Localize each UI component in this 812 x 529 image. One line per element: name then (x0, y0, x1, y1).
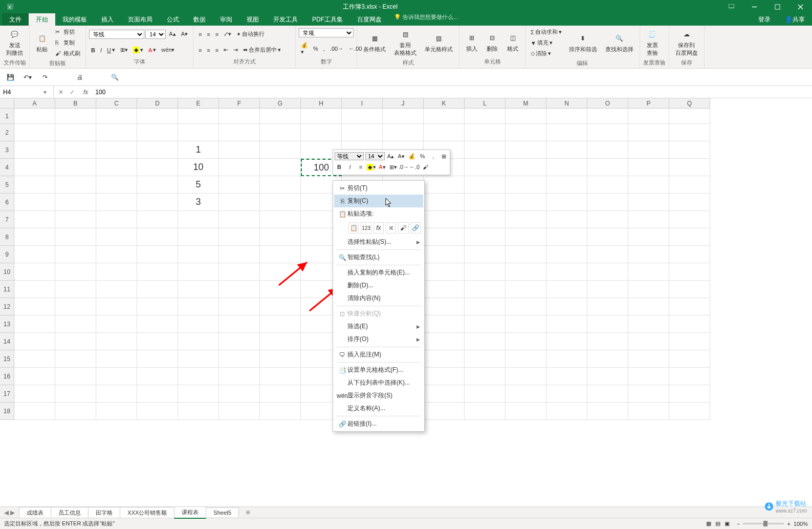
clear-button[interactable]: ◇ 清除▾ (529, 49, 564, 58)
view-normal-button[interactable]: ▦ (706, 520, 711, 527)
cell[interactable] (669, 159, 710, 176)
cell[interactable] (14, 159, 55, 176)
cell[interactable] (219, 315, 260, 333)
row-header[interactable]: 17 (0, 385, 14, 403)
formula-input[interactable] (92, 86, 812, 98)
cell[interactable] (628, 159, 669, 176)
redo-button[interactable]: ↷ (40, 72, 50, 82)
cell[interactable] (628, 368, 669, 385)
cell[interactable] (137, 315, 178, 333)
column-header[interactable]: F (219, 98, 260, 109)
cell[interactable] (669, 368, 710, 385)
sheet-tab[interactable]: 田字格 (88, 507, 120, 518)
cell[interactable] (96, 368, 137, 385)
cell[interactable] (96, 281, 137, 298)
cell[interactable] (219, 246, 260, 263)
ctx-insert-comment[interactable]: 🗨插入批注(M) (334, 348, 423, 361)
sheet-tab[interactable]: Sheet5 (206, 507, 239, 517)
cell[interactable] (260, 228, 301, 246)
cell[interactable] (669, 194, 710, 211)
cell[interactable] (669, 263, 710, 281)
cell[interactable] (424, 194, 465, 211)
row-header[interactable]: 18 (0, 403, 14, 420)
cell[interactable] (260, 176, 301, 194)
cell[interactable] (587, 315, 628, 333)
cell[interactable]: 5 (178, 176, 219, 194)
cell[interactable] (546, 159, 587, 176)
mini-border-button[interactable]: ⊞ (439, 152, 448, 161)
tab-review[interactable]: 审阅 (213, 13, 239, 26)
conditional-format-button[interactable]: ▦条件格式 (360, 31, 389, 54)
sheet-tab[interactable]: 员工信息 (51, 507, 89, 518)
cell[interactable] (628, 228, 669, 246)
cell[interactable] (178, 385, 219, 403)
cell[interactable] (506, 159, 546, 176)
column-header[interactable]: I (342, 98, 383, 109)
cell[interactable] (628, 176, 669, 194)
cell[interactable] (669, 211, 710, 228)
cell[interactable] (506, 246, 546, 263)
cell[interactable] (546, 281, 587, 298)
fx-icon[interactable]: fx (79, 86, 92, 98)
cell[interactable] (506, 211, 546, 228)
row-header[interactable]: 9 (0, 246, 14, 263)
cell[interactable] (137, 194, 178, 211)
cell[interactable] (628, 298, 669, 315)
shrink-font-button[interactable]: A▾ (179, 30, 190, 38)
cell[interactable] (55, 315, 96, 333)
cell[interactable] (465, 109, 506, 124)
cell[interactable] (14, 228, 55, 246)
cell[interactable] (55, 141, 96, 159)
align-left-button[interactable]: ≡ (196, 46, 204, 54)
cell[interactable] (55, 350, 96, 368)
cell[interactable] (96, 124, 137, 141)
qat-print-button[interactable]: 🖨 (75, 72, 85, 82)
cell[interactable] (178, 281, 219, 298)
cell[interactable] (14, 315, 55, 333)
cell[interactable] (55, 333, 96, 350)
cell[interactable] (506, 194, 546, 211)
column-header[interactable]: B (55, 98, 96, 109)
cell[interactable] (587, 281, 628, 298)
decimal-inc-button[interactable]: .00→ (328, 45, 345, 53)
mini-bold-button[interactable]: B (335, 162, 344, 172)
column-header[interactable]: N (546, 98, 587, 109)
save-baidu-button[interactable]: ☁保存到 百度网盘 (672, 27, 701, 58)
cell[interactable] (178, 403, 219, 420)
tab-formula[interactable]: 公式 (160, 13, 186, 26)
tab-baidu[interactable]: 百度网盘 (350, 13, 389, 26)
cell[interactable] (137, 124, 178, 141)
cell[interactable] (219, 263, 260, 281)
column-header[interactable]: G (260, 98, 301, 109)
cell[interactable] (260, 211, 301, 228)
cell[interactable] (301, 124, 342, 141)
paste-format-button[interactable]: 🖌 (398, 222, 408, 234)
column-header[interactable]: J (383, 98, 424, 109)
cell[interactable] (587, 159, 628, 176)
orientation-button[interactable]: ⤢▾ (222, 30, 233, 38)
cell[interactable] (14, 109, 55, 124)
cell[interactable] (546, 333, 587, 350)
cell[interactable] (587, 403, 628, 420)
cell[interactable] (55, 124, 96, 141)
row-header[interactable]: 15 (0, 350, 14, 368)
cell[interactable] (55, 194, 96, 211)
insert-cells-button[interactable]: ⊞插入 (463, 31, 481, 54)
cell[interactable] (669, 281, 710, 298)
cell[interactable] (55, 159, 96, 176)
cell[interactable] (669, 124, 710, 141)
cell[interactable] (137, 333, 178, 350)
cell[interactable] (96, 141, 137, 159)
cell[interactable] (465, 228, 506, 246)
cell[interactable] (546, 298, 587, 315)
cell[interactable] (669, 350, 710, 368)
mini-fill-color-button[interactable]: ◆▾ (367, 162, 376, 172)
ctx-sort[interactable]: 排序(O)▶ (334, 333, 423, 346)
cell[interactable] (260, 246, 301, 263)
cell[interactable] (55, 176, 96, 194)
cell[interactable] (424, 403, 465, 420)
cell[interactable] (424, 228, 465, 246)
cell[interactable] (260, 281, 301, 298)
cell[interactable] (546, 124, 587, 141)
cell[interactable] (669, 298, 710, 315)
